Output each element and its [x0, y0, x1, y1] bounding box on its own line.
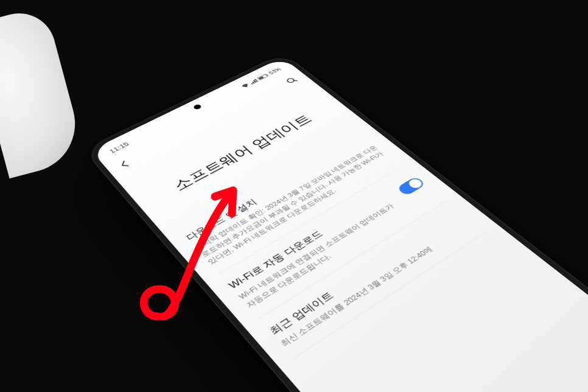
- phone-stage: 11:15 53%: [140, 18, 588, 392]
- svg-rect-2: [258, 76, 264, 80]
- wifi-icon: [240, 82, 251, 89]
- back-button[interactable]: [116, 158, 135, 172]
- phone-screen: 11:15 53%: [91, 57, 588, 392]
- phone-frame: 11:15 53%: [83, 53, 588, 392]
- svg-line-4: [294, 80, 297, 82]
- signal-icon: [249, 79, 259, 85]
- background-object: [0, 5, 86, 179]
- battery-percent: 53%: [268, 67, 282, 75]
- clock: 11:15: [108, 141, 130, 154]
- auto-download-toggle[interactable]: [396, 177, 426, 197]
- battery-icon: [257, 73, 270, 81]
- search-button[interactable]: [284, 75, 301, 87]
